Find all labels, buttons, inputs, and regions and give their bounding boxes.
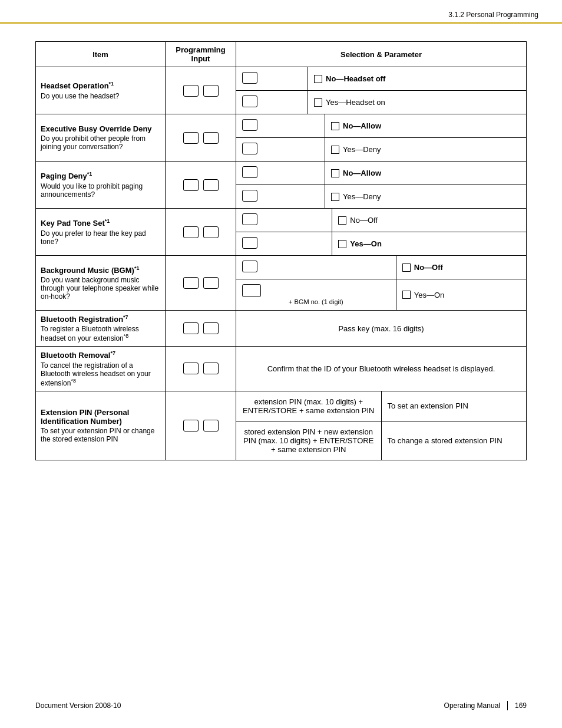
item-desc-bgm: Do you want background music through you… <box>41 276 160 301</box>
bgm-input-row <box>242 284 390 297</box>
prog-box-2 <box>203 85 219 97</box>
sel-input-1 <box>236 67 308 91</box>
prog-box-paging-1 <box>183 179 199 191</box>
prog-box-sel1 <box>242 72 257 84</box>
prog-cell-ext-pin <box>166 391 236 460</box>
col-header-item: Item <box>36 42 166 67</box>
ext-pin-action-1: To set an extension PIN <box>381 391 526 421</box>
prog-box-paging-sel1 <box>242 166 257 178</box>
footer-doc-version: Document Version 2008-10 <box>35 701 121 710</box>
ext-pin-sel-table: extension PIN (max. 10 digits) + ENTER/S… <box>236 391 526 460</box>
ext-pin-action-text-1: To set an extension PIN <box>388 401 468 410</box>
sel-input-paging-2 <box>236 185 325 209</box>
sel-row: Yes—Headset on <box>236 91 526 114</box>
label-headset-no: No—Headset off <box>326 74 385 83</box>
col-header-sel: Selection & Parameter <box>236 42 527 67</box>
sel-cell-exec: No—Allow Yes—Deny <box>236 114 527 162</box>
label-keypad-no: No—Off <box>350 216 378 225</box>
sel-label-paging-2: Yes—Deny <box>325 185 527 209</box>
sup-keypad: *1 <box>105 218 110 224</box>
table-row-bgm: Background Music (BGM)*1 Do you want bac… <box>36 256 527 311</box>
prog-box-exec-sel2 <box>242 143 257 154</box>
sel-row: Yes—On <box>236 232 526 256</box>
footer-page-number: 169 <box>515 701 527 710</box>
label-headset-yes: Yes—Headset on <box>326 98 385 107</box>
prog-box-keypad-sel2 <box>242 237 257 249</box>
sel-row: Yes—Deny <box>236 138 526 162</box>
cb-box-headset-no <box>314 75 322 83</box>
item-cell-headset: Headset Operation*1 Do you use the heads… <box>36 67 166 114</box>
table-row: Key Pad Tone Set*1 Do you prefer to hear… <box>36 209 527 256</box>
sup-bt-rem: *7 <box>110 350 115 356</box>
item-desc-headset: Do you use the headset? <box>41 92 160 100</box>
sup-bgm: *1 <box>134 265 140 271</box>
table-row: Executive Busy Override Deny Do you proh… <box>36 114 527 162</box>
item-desc-bt-rem: To cancel the registration of a Bluetoot… <box>41 361 160 387</box>
sel-label-exec-2: Yes—Deny <box>325 138 527 162</box>
prog-box-keypad-2 <box>203 226 219 238</box>
item-cell-paging: Paging Deny*1 Would you like to prohibit… <box>36 162 166 209</box>
sel-row: No—Headset off <box>236 67 526 91</box>
prog-box-bt-reg-2 <box>203 322 219 334</box>
sup-headset: *1 <box>109 81 114 87</box>
cb-box-exec-yes <box>331 146 339 154</box>
prog-box-bgm-sel2 <box>242 284 261 297</box>
sel-input-bgm-1 <box>236 256 396 279</box>
page-header: 3.1.2 Personal Programming <box>0 0 562 24</box>
sel-label-paging-1: No—Allow <box>325 162 527 185</box>
sel-inner-table-headset: No—Headset off Yes—Headset <box>236 67 526 114</box>
item-cell-exec: Executive Busy Override Deny Do you proh… <box>36 114 166 162</box>
cb-label-paging-no: No—Allow <box>331 169 520 177</box>
prog-boxes-ext-pin <box>170 420 231 431</box>
page-footer: Document Version 2008-10 Operating Manua… <box>35 701 527 710</box>
prog-boxes-headset <box>170 85 231 97</box>
ext-pin-input-text-2: stored extension PIN + new extension PIN… <box>243 427 373 454</box>
ext-pin-input-text-1: extension PIN (max. 10 digits) + ENTER/S… <box>243 397 374 415</box>
sel-input-paging-1 <box>236 162 325 185</box>
item-title-keypad: Key Pad Tone Set*1 <box>41 218 160 228</box>
sel-label-keypad-1: No—Off <box>332 209 526 232</box>
header-title: 3.1.2 Personal Programming <box>448 11 538 19</box>
table-row-ext-pin: Extension PIN (Personal Identification N… <box>36 391 527 460</box>
cb-label-bgm-no: No—Off <box>402 263 520 272</box>
sel-row-bgm-2: + BGM no. (1 digit) Yes—On <box>236 279 526 311</box>
item-cell-ext-pin: Extension PIN (Personal Identification N… <box>36 391 166 460</box>
cb-label-headset-no: No—Headset off <box>314 74 520 83</box>
sel-input-keypad-2 <box>236 232 332 256</box>
sup-bt-rem-desc: *8 <box>71 378 76 384</box>
table-row-bt-rem: Bluetooth Removal*7 To cancel the regist… <box>36 347 527 391</box>
label-bgm-no: No—Off <box>414 263 443 272</box>
bt-rem-confirm-text: Confirm that the ID of your Bluetooth wi… <box>267 364 495 373</box>
prog-cell-bgm <box>166 256 236 311</box>
sel-cell-keypad: No—Off Yes—On <box>236 209 527 256</box>
item-title-exec: Executive Busy Override Deny <box>41 124 160 133</box>
cb-label-exec-no: No—Allow <box>331 121 520 130</box>
sel-cell-ext-pin: extension PIN (max. 10 digits) + ENTER/S… <box>236 391 527 460</box>
footer-divider <box>507 701 508 710</box>
sel-input-exec-1 <box>236 114 325 138</box>
prog-box-paging-sel2 <box>242 190 257 202</box>
item-title-bt-reg: Bluetooth Registration*7 <box>41 314 160 324</box>
bt-reg-pass-key: Pass key (max. 16 digits) <box>338 324 424 333</box>
cb-box-keypad-yes <box>338 240 346 248</box>
sel-cell-paging: No—Allow Yes—Deny <box>236 162 527 209</box>
footer-right: Operating Manual 169 <box>444 701 527 710</box>
cb-box-paging-yes <box>331 193 339 201</box>
prog-box-paging-2 <box>203 179 219 191</box>
ext-pin-action-2: To change a stored extension PIN <box>381 421 526 460</box>
cb-box-exec-no <box>331 122 339 130</box>
prog-box-bgm-sel1 <box>242 261 257 272</box>
ext-pin-input-2: stored extension PIN + new extension PIN… <box>236 421 381 460</box>
prog-cell-paging <box>166 162 236 209</box>
sel-input-exec-2 <box>236 138 325 162</box>
prog-box-bgm-2 <box>203 277 219 289</box>
table-row: Paging Deny*1 Would you like to prohibit… <box>36 162 527 209</box>
ext-pin-row-2: stored extension PIN + new extension PIN… <box>236 421 526 460</box>
bgm-prog-label: + BGM no. (1 digit) <box>242 298 390 305</box>
sel-label-exec-1: No—Allow <box>325 114 527 138</box>
prog-boxes-keypad <box>170 226 231 238</box>
sel-label-1: No—Headset off <box>308 67 526 91</box>
page-content: Item ProgrammingInput Selection & Parame… <box>0 24 562 478</box>
sel-label-keypad-2: Yes—On <box>332 232 526 256</box>
sup-paging: *1 <box>87 171 92 177</box>
